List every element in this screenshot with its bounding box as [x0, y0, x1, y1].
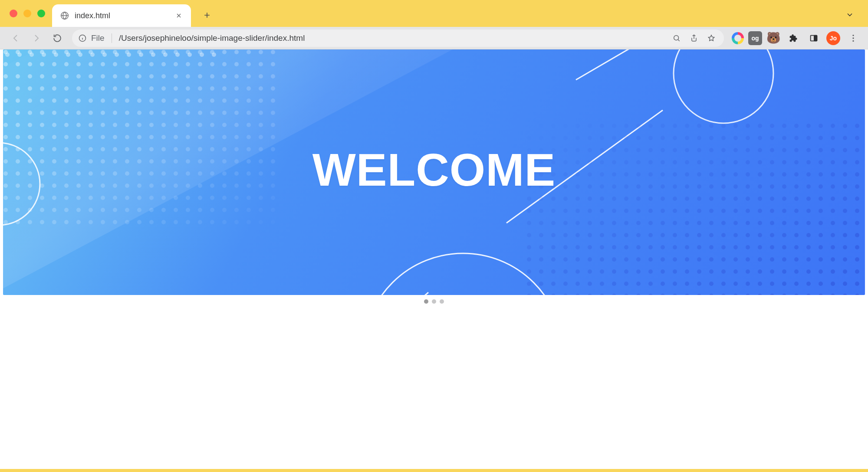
- slider-dot-3[interactable]: [440, 299, 444, 304]
- address-path: /Users/josephineloo/simple-image-slider/…: [119, 33, 305, 43]
- window-minimize-button[interactable]: [23, 10, 31, 17]
- window-maximize-button[interactable]: [37, 10, 45, 17]
- share-icon[interactable]: [686, 30, 702, 46]
- svg-point-2: [674, 35, 679, 40]
- slider-dot-1[interactable]: [424, 299, 428, 304]
- forward-button[interactable]: [27, 29, 46, 48]
- svg-line-12: [576, 49, 680, 80]
- page-viewport: WELCOME: [0, 49, 868, 472]
- svg-line-14: [363, 292, 428, 295]
- zoom-icon[interactable]: [668, 30, 685, 46]
- browser-toolbar: File /Users/josephineloo/simple-image-sl…: [0, 27, 868, 49]
- address-scheme-label: File: [91, 33, 105, 43]
- hero-slide: WELCOME: [3, 49, 865, 295]
- slider-pagination: [3, 295, 865, 304]
- address-divider: [112, 33, 112, 43]
- back-button[interactable]: [6, 29, 25, 48]
- extension-color-ring-icon[interactable]: [732, 32, 744, 44]
- site-info-icon[interactable]: [78, 34, 87, 43]
- svg-point-7: [852, 40, 854, 41]
- profile-initials: Jo: [830, 35, 837, 42]
- welcome-heading: WELCOME: [312, 144, 556, 196]
- svg-point-9: [674, 49, 773, 123]
- tab-search-button[interactable]: [842, 7, 858, 23]
- globe-icon: [60, 11, 69, 20]
- new-tab-button[interactable]: [198, 6, 216, 24]
- extension-og-icon[interactable]: og: [748, 31, 762, 45]
- window-close-button[interactable]: [10, 10, 17, 17]
- tab-strip: index.html: [0, 0, 868, 27]
- slider-dot-2[interactable]: [432, 299, 436, 304]
- browser-tab[interactable]: index.html: [52, 4, 191, 27]
- tab-title: index.html: [75, 11, 168, 20]
- extensions-strip: og 🐻 Jo: [732, 30, 862, 47]
- window-controls: [10, 10, 45, 17]
- svg-point-6: [852, 37, 854, 39]
- extension-bear-icon[interactable]: 🐻: [766, 31, 780, 45]
- window-bottom-edge: [0, 469, 868, 472]
- browser-menu-button[interactable]: [845, 30, 862, 47]
- side-panel-icon[interactable]: [806, 30, 822, 46]
- svg-rect-38: [526, 123, 865, 295]
- close-icon[interactable]: [173, 10, 185, 22]
- svg-rect-37: [3, 49, 283, 229]
- bookmark-icon[interactable]: [703, 30, 720, 46]
- address-bar[interactable]: File /Users/josephineloo/simple-image-sl…: [72, 30, 724, 47]
- svg-rect-4: [814, 35, 817, 41]
- extensions-menu-icon[interactable]: [785, 30, 801, 46]
- svg-point-5: [852, 34, 854, 36]
- reload-button[interactable]: [48, 29, 67, 48]
- profile-avatar[interactable]: Jo: [826, 31, 840, 45]
